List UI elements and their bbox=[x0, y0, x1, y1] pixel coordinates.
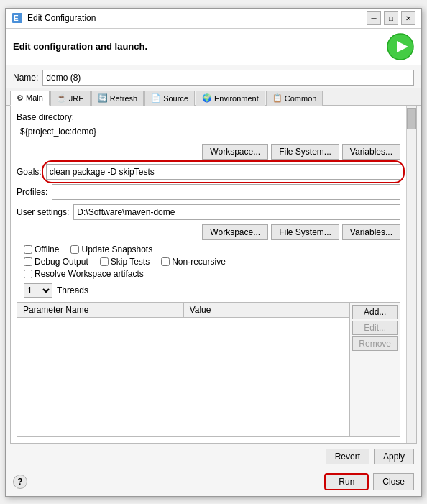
tab-jre-label: JRE bbox=[69, 94, 84, 103]
checkbox-row-1: Offline Update Snapshots bbox=[24, 244, 400, 255]
update-snapshots-checkbox[interactable] bbox=[70, 245, 79, 254]
close-dialog-button[interactable]: Close bbox=[373, 473, 414, 490]
tab-source-label: Source bbox=[163, 94, 188, 103]
refresh-tab-icon: 🔄 bbox=[98, 93, 108, 103]
button-row-2: Workspace... File System... Variables... bbox=[17, 224, 400, 240]
source-tab-icon: 📄 bbox=[151, 93, 161, 103]
tab-refresh-label: Refresh bbox=[110, 94, 138, 103]
scrollbar[interactable] bbox=[406, 106, 416, 443]
threads-select[interactable]: 1 2 4 8 bbox=[24, 283, 52, 298]
checkbox-row-2: Debug Output Skip Tests Non-recursive bbox=[24, 257, 400, 267]
update-snapshots-label: Update Snapshots bbox=[81, 244, 152, 255]
threads-label: Threads bbox=[57, 285, 88, 295]
base-dir-input[interactable] bbox=[17, 124, 400, 139]
user-settings-row: User settings: bbox=[17, 204, 400, 220]
name-row: Name: bbox=[6, 65, 421, 88]
add-button[interactable]: Add... bbox=[352, 305, 398, 319]
bottom-buttons: Revert Apply bbox=[6, 444, 421, 469]
offline-label: Offline bbox=[35, 244, 59, 255]
title-bar: E Edit Configuration ─ □ ✕ bbox=[6, 9, 421, 29]
main-tab-icon: ⚙ bbox=[17, 93, 24, 103]
non-recursive-checkbox-item: Non-recursive bbox=[161, 257, 226, 267]
threads-row: 1 2 4 8 Threads bbox=[17, 283, 400, 298]
skip-tests-checkbox[interactable] bbox=[100, 257, 109, 266]
run-button[interactable]: Run bbox=[324, 473, 369, 490]
resolve-workspace-checkbox-item: Resolve Workspace artifacts bbox=[24, 269, 144, 279]
name-label: Name: bbox=[13, 73, 38, 83]
user-settings-input[interactable] bbox=[73, 204, 400, 220]
offline-checkbox-item: Offline bbox=[24, 244, 59, 255]
footer-buttons: ? Run Close bbox=[6, 469, 421, 496]
minimize-button[interactable]: ─ bbox=[367, 11, 381, 25]
tab-source[interactable]: 📄 Source bbox=[144, 91, 195, 106]
window-icon: E bbox=[12, 12, 23, 24]
tab-common-label: Common bbox=[285, 94, 317, 103]
parameter-table: Parameter Name Value Add... Edit... Remo… bbox=[17, 302, 400, 437]
base-dir-label: Base directory: bbox=[17, 112, 400, 122]
workspace-button-1[interactable]: Workspace... bbox=[202, 144, 268, 160]
revert-button[interactable]: Revert bbox=[326, 449, 369, 464]
base-directory-field: Base directory: bbox=[17, 112, 400, 139]
goals-label: Goals: bbox=[17, 167, 42, 177]
common-tab-icon: 📋 bbox=[272, 93, 283, 103]
profiles-row: Profiles: bbox=[17, 184, 400, 200]
tab-environment[interactable]: 🌍 Environment bbox=[196, 91, 265, 106]
scroll-thumb[interactable] bbox=[407, 108, 416, 129]
svg-text:E: E bbox=[14, 14, 19, 22]
tabs-bar: ⚙ Main ☕ JRE 🔄 Refresh 📄 Source 🌍 Enviro… bbox=[6, 88, 421, 106]
tab-main-label: Main bbox=[26, 93, 43, 102]
debug-output-checkbox-item: Debug Output bbox=[24, 257, 88, 267]
offline-checkbox[interactable] bbox=[24, 245, 32, 254]
checkbox-row-3: Resolve Workspace artifacts bbox=[24, 269, 400, 279]
resolve-workspace-checkbox[interactable] bbox=[24, 270, 32, 278]
button-row-1: Workspace... File System... Variables... bbox=[17, 144, 400, 160]
header-bar: Edit configuration and launch. bbox=[6, 29, 421, 65]
update-snapshots-checkbox-item: Update Snapshots bbox=[70, 244, 152, 255]
apply-button[interactable]: Apply bbox=[374, 449, 414, 464]
goals-input-wrapper bbox=[46, 164, 400, 180]
param-name-header: Parameter Name bbox=[17, 303, 184, 317]
resolve-workspace-label: Resolve Workspace artifacts bbox=[35, 269, 144, 279]
goals-row: Goals: bbox=[17, 164, 400, 180]
profiles-input[interactable] bbox=[52, 184, 400, 200]
non-recursive-checkbox[interactable] bbox=[161, 257, 170, 266]
header-title: Edit configuration and launch. bbox=[13, 41, 147, 52]
variables-button-1[interactable]: Variables... bbox=[342, 144, 400, 160]
help-button[interactable]: ? bbox=[13, 475, 27, 489]
table-header: Parameter Name Value bbox=[17, 303, 349, 318]
profiles-label: Profiles: bbox=[17, 187, 47, 197]
title-controls: ─ □ ✕ bbox=[367, 11, 415, 25]
filesystem-button-2[interactable]: File System... bbox=[271, 224, 339, 240]
debug-output-label: Debug Output bbox=[35, 257, 88, 267]
main-window: E Edit Configuration ─ □ ✕ Edit configur… bbox=[5, 8, 422, 497]
env-tab-icon: 🌍 bbox=[202, 93, 212, 103]
user-settings-label: User settings: bbox=[17, 207, 69, 217]
tab-main[interactable]: ⚙ Main bbox=[10, 91, 50, 106]
value-header: Value bbox=[184, 303, 350, 317]
maximize-button[interactable]: □ bbox=[384, 11, 398, 25]
panel-content: Base directory: Workspace... File System… bbox=[11, 106, 406, 443]
table-body bbox=[17, 318, 349, 436]
goals-input[interactable] bbox=[46, 164, 400, 180]
jre-tab-icon: ☕ bbox=[57, 93, 67, 103]
workspace-button-2[interactable]: Workspace... bbox=[202, 224, 268, 240]
remove-button[interactable]: Remove bbox=[352, 336, 398, 351]
tab-jre[interactable]: ☕ JRE bbox=[50, 91, 91, 106]
title-bar-left: E Edit Configuration bbox=[12, 12, 96, 24]
close-button[interactable]: ✕ bbox=[401, 11, 415, 25]
edit-button[interactable]: Edit... bbox=[352, 321, 398, 335]
tab-env-label: Environment bbox=[214, 94, 259, 103]
window-title: Edit Configuration bbox=[27, 13, 96, 23]
tab-refresh[interactable]: 🔄 Refresh bbox=[91, 91, 144, 106]
skip-tests-checkbox-item: Skip Tests bbox=[100, 257, 150, 267]
filesystem-button-1[interactable]: File System... bbox=[271, 144, 339, 160]
non-recursive-label: Non-recursive bbox=[172, 257, 226, 267]
name-input[interactable] bbox=[42, 70, 414, 86]
debug-output-checkbox[interactable] bbox=[24, 257, 32, 266]
run-icon bbox=[387, 33, 414, 60]
table-content: Parameter Name Value bbox=[17, 303, 349, 436]
tab-common[interactable]: 📋 Common bbox=[266, 91, 323, 106]
checkboxes-section: Offline Update Snapshots Debug Output Sk… bbox=[17, 244, 400, 279]
variables-button-2[interactable]: Variables... bbox=[342, 224, 400, 240]
main-panel: Base directory: Workspace... File System… bbox=[10, 106, 417, 444]
